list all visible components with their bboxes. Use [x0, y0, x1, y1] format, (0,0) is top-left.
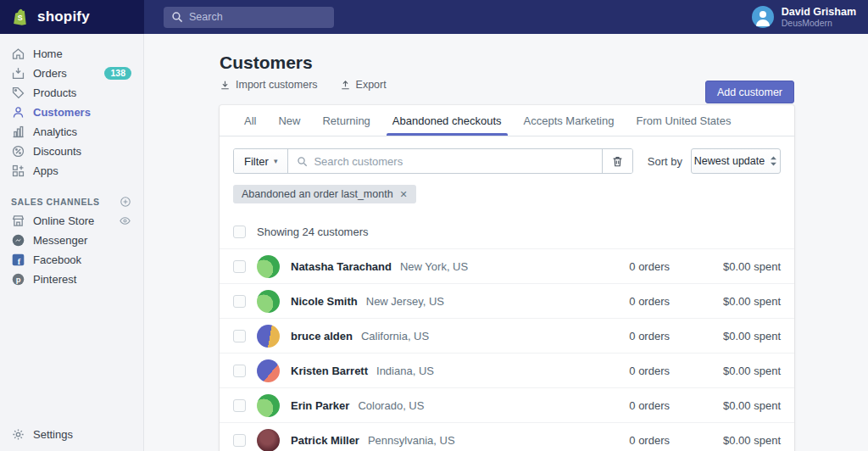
- topbar: S shopify David Grisham DeusModern: [0, 0, 868, 34]
- tab-all[interactable]: All: [233, 105, 267, 136]
- sidebar-item-customers[interactable]: Customers: [0, 103, 143, 122]
- orders-count-badge: 138: [104, 67, 131, 80]
- svg-text:S: S: [18, 14, 23, 22]
- topbar-main: David Grisham DeusModern: [144, 0, 868, 34]
- filter-button[interactable]: Filter ▾: [234, 149, 288, 173]
- customers-card: All New Returning Abandoned checkouts Ac…: [220, 105, 794, 451]
- row-checkbox[interactable]: [233, 399, 246, 412]
- tab-new[interactable]: New: [267, 105, 311, 136]
- sidebar-item-orders[interactable]: Orders 138: [0, 64, 143, 83]
- search-icon: [297, 156, 308, 167]
- shopify-wordmark: shopify: [37, 8, 90, 25]
- tab-returning[interactable]: Returning: [311, 105, 381, 136]
- applied-filter-tag: Abandoned an order last_month ✕: [233, 185, 416, 203]
- sidebar-item-messenger[interactable]: Messenger: [0, 231, 143, 250]
- sort-updown-icon: [770, 156, 777, 166]
- add-customer-button[interactable]: Add customer: [705, 81, 794, 103]
- sidebar-item-settings[interactable]: Settings: [0, 425, 143, 444]
- search-icon: [171, 11, 183, 23]
- apps-grid-icon: [11, 164, 25, 178]
- messenger-icon: [11, 233, 25, 248]
- user-store: DeusModern: [782, 18, 856, 28]
- row-checkbox[interactable]: [233, 260, 246, 273]
- shopify-logo[interactable]: S shopify: [0, 0, 144, 34]
- list-summary: Showing 24 customers: [257, 226, 369, 238]
- orders-icon: [11, 66, 25, 81]
- sort-select[interactable]: Newest update: [691, 148, 781, 174]
- customer-avatar: [257, 429, 280, 451]
- svg-text:p: p: [16, 276, 21, 284]
- import-icon: [220, 80, 231, 91]
- tab-from-united-states[interactable]: From United States: [625, 105, 742, 136]
- customer-row[interactable]: bruce alden California, US 0 orders $0.0…: [220, 318, 794, 353]
- sidebar-item-home[interactable]: Home: [0, 44, 143, 64]
- sidebar-item-pinterest[interactable]: p Pinterest: [0, 270, 143, 289]
- customer-search: [288, 149, 601, 173]
- sidebar-item-online-store[interactable]: Online Store: [0, 211, 143, 231]
- tag-icon: [11, 86, 25, 100]
- remove-filter-icon[interactable]: ✕: [400, 189, 408, 200]
- global-search: [164, 7, 729, 28]
- row-checkbox[interactable]: [233, 365, 246, 377]
- main-area: Customers Import customers Export: [144, 34, 868, 451]
- customer-avatar: [257, 325, 280, 348]
- user-name: David Grisham: [782, 6, 856, 18]
- bar-chart-icon: [11, 125, 25, 139]
- customer-avatar: [257, 290, 280, 313]
- customer-row[interactable]: Patrick Miller Pennsylvania, US 0 orders…: [220, 422, 794, 451]
- global-search-input[interactable]: [164, 7, 334, 28]
- add-channel-icon[interactable]: [120, 196, 131, 208]
- home-icon: [11, 47, 25, 61]
- row-checkbox[interactable]: [233, 295, 246, 308]
- gear-icon: [11, 427, 25, 442]
- filter-group: Filter ▾: [233, 148, 633, 174]
- svg-text:f: f: [18, 257, 21, 266]
- customer-row[interactable]: Natasha Tarachand New York, US 0 orders …: [220, 248, 794, 283]
- sidebar: Home Orders 138 Products: [0, 34, 144, 451]
- row-checkbox[interactable]: [233, 330, 246, 342]
- tab-accepts-marketing[interactable]: Accepts Marketing: [513, 105, 626, 136]
- customer-avatar: [257, 359, 280, 382]
- trash-icon: [611, 155, 624, 168]
- shopify-bag-icon: S: [10, 7, 31, 28]
- list-header: Showing 24 customers: [220, 214, 794, 248]
- customer-tabs: All New Returning Abandoned checkouts Ac…: [220, 105, 794, 136]
- sidebar-item-products[interactable]: Products: [0, 83, 143, 103]
- storefront-icon: [11, 214, 25, 228]
- row-checkbox[interactable]: [233, 434, 246, 447]
- eye-icon[interactable]: [119, 214, 131, 227]
- customer-row[interactable]: Kristen Barrett Indiana, US 0 orders $0.…: [220, 353, 794, 387]
- user-menu[interactable]: David Grisham DeusModern: [735, 6, 856, 28]
- customer-row[interactable]: Erin Parker Colorado, US 0 orders $0.00 …: [220, 387, 794, 422]
- user-avatar: [752, 6, 774, 28]
- facebook-icon: f: [11, 253, 25, 267]
- tab-abandoned-checkouts[interactable]: Abandoned checkouts: [381, 105, 513, 136]
- clear-filters-button[interactable]: [602, 149, 632, 173]
- chevron-down-icon: ▾: [274, 157, 278, 165]
- customer-avatar: [257, 394, 280, 417]
- customer-search-input[interactable]: [314, 155, 593, 168]
- sidebar-item-apps[interactable]: Apps: [0, 161, 143, 181]
- export-button[interactable]: Export: [340, 79, 387, 91]
- export-icon: [340, 80, 351, 91]
- sort-by-label: Sort by: [648, 155, 682, 168]
- sidebar-item-discounts[interactable]: Discounts: [0, 142, 143, 161]
- sidebar-item-analytics[interactable]: Analytics: [0, 122, 143, 142]
- import-customers-button[interactable]: Import customers: [220, 79, 318, 91]
- sidebar-item-facebook[interactable]: f Facebook: [0, 250, 143, 270]
- customer-row[interactable]: Nicole Smith New Jersey, US 0 orders $0.…: [220, 283, 794, 318]
- select-all-checkbox[interactable]: [233, 226, 246, 238]
- page-title: Customers: [220, 53, 794, 73]
- pinterest-icon: p: [11, 272, 25, 287]
- discount-icon: [11, 144, 25, 159]
- customer-avatar: [257, 255, 280, 278]
- sales-channels-heading: SALES CHANNELS: [0, 192, 143, 211]
- customers-icon: [11, 105, 25, 120]
